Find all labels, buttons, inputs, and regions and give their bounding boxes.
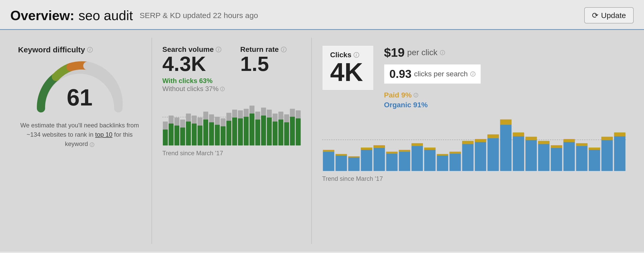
svg-rect-66 — [424, 148, 436, 171]
svg-rect-54 — [348, 156, 359, 171]
svg-rect-94 — [601, 137, 613, 171]
svg-rect-20 — [215, 125, 220, 145]
svg-rect-78 — [500, 119, 512, 171]
header: Overview: seo audit SERP & KD updated 22… — [0, 0, 644, 30]
sv-chart-svg — [162, 99, 301, 145]
svg-rect-97 — [614, 133, 625, 136]
clicks-chart-svg — [322, 114, 626, 171]
svg-rect-44 — [284, 122, 289, 145]
panel-keyword-difficulty: Keyword difficulty i 61 We estimate that… — [8, 38, 152, 244]
organic-text: Organic 91% — [384, 101, 481, 109]
sv-bar-chart: Trend since March '17 — [162, 99, 301, 236]
svg-rect-18 — [209, 122, 214, 145]
rr-info-icon[interactable]: i — [281, 47, 287, 52]
update-button-label: Update — [601, 11, 626, 20]
paid-text: Paid 9% i — [384, 91, 481, 99]
svg-rect-40 — [273, 121, 278, 145]
clicks-info-icon[interactable]: i — [354, 52, 359, 58]
svg-rect-88 — [563, 139, 575, 171]
svg-rect-89 — [563, 139, 575, 142]
svg-rect-64 — [412, 143, 423, 171]
kd-value: 61 — [67, 84, 93, 111]
cps-value: 0.93 — [389, 68, 412, 80]
svg-rect-86 — [551, 145, 562, 171]
clicks-metrics-top: Clicks i 4K $19 per click i 0.93 clicks … — [322, 45, 626, 109]
svg-rect-59 — [373, 145, 385, 148]
svg-rect-10 — [186, 121, 191, 145]
update-button[interactable]: ⟳ Update — [584, 7, 634, 23]
svg-rect-24 — [227, 121, 231, 145]
svg-rect-16 — [203, 120, 208, 145]
cps-info-icon[interactable]: i — [470, 71, 475, 77]
svg-rect-95 — [601, 137, 613, 140]
svg-rect-90 — [576, 143, 587, 171]
svg-rect-48 — [296, 118, 301, 145]
kd-title: Keyword difficulty i — [18, 45, 93, 54]
header-meta-info: SERP & KD updated 22 hours ago — [140, 11, 258, 20]
svg-rect-28 — [238, 118, 243, 145]
svg-rect-85 — [538, 141, 549, 144]
svg-rect-71 — [449, 152, 461, 153]
svg-rect-30 — [244, 117, 249, 145]
sv-value: 4.3K — [162, 54, 225, 74]
svg-rect-73 — [462, 141, 473, 144]
svg-rect-63 — [399, 150, 410, 152]
svg-rect-92 — [589, 148, 600, 171]
svg-rect-60 — [386, 152, 398, 171]
clicks-bar-chart: Trend since March '17 — [322, 114, 626, 236]
per-click-info-icon[interactable]: i — [440, 50, 445, 55]
clicks-right-metrics: $19 per click i 0.93 clicks per search i… — [384, 45, 481, 109]
cps-label: clicks per search — [414, 70, 468, 78]
per-click-block: $19 per click i — [384, 45, 481, 60]
svg-rect-2 — [163, 129, 168, 145]
kd-desc-info-icon[interactable]: i — [90, 142, 94, 147]
svg-rect-69 — [437, 154, 448, 156]
svg-rect-34 — [255, 120, 260, 145]
svg-rect-26 — [232, 118, 237, 145]
rr-value: 1.5 — [240, 54, 286, 74]
cps-box: 0.93 clicks per search i — [384, 64, 481, 84]
paid-organic-block: Paid 9% i Organic 91% — [384, 91, 481, 109]
return-rate-block: Return rate i 1.5 — [240, 45, 286, 74]
svg-rect-68 — [437, 154, 448, 171]
svg-rect-32 — [249, 113, 254, 145]
panel-clicks: Clicks i 4K $19 per click i 0.93 clicks … — [312, 38, 636, 244]
sv-metrics-top: Search volume i 4.3K With clicks 63% Wit… — [162, 45, 301, 93]
main-content: Keyword difficulty i 61 We estimate that… — [0, 30, 644, 252]
svg-rect-52 — [336, 154, 347, 171]
svg-rect-53 — [336, 154, 347, 156]
svg-rect-55 — [348, 156, 359, 157]
svg-rect-77 — [488, 134, 499, 138]
sv-trend-label: Trend since March '17 — [162, 150, 301, 157]
svg-rect-46 — [290, 117, 295, 145]
svg-rect-87 — [551, 145, 562, 148]
sv-info-icon[interactable]: i — [216, 47, 221, 52]
svg-rect-93 — [589, 148, 600, 150]
clicks-main-box: Clicks i 4K — [322, 45, 374, 90]
search-volume-block: Search volume i 4.3K With clicks 63% Wit… — [162, 45, 225, 93]
svg-rect-65 — [412, 143, 423, 146]
svg-rect-6 — [174, 126, 179, 145]
svg-rect-82 — [525, 137, 537, 171]
gauge-container: 61 — [31, 59, 129, 116]
without-clicks-info-icon[interactable]: i — [220, 87, 225, 91]
paid-info-icon[interactable]: i — [414, 93, 418, 97]
svg-rect-91 — [576, 143, 587, 146]
svg-rect-72 — [462, 141, 473, 171]
svg-rect-56 — [361, 148, 372, 171]
clicks-value: 4K — [330, 59, 366, 85]
svg-rect-80 — [513, 133, 524, 171]
svg-rect-83 — [525, 137, 537, 140]
svg-rect-4 — [169, 124, 173, 145]
svg-rect-12 — [192, 124, 197, 145]
svg-rect-51 — [323, 150, 334, 152]
svg-rect-76 — [488, 134, 499, 171]
kd-info-icon[interactable]: i — [87, 47, 93, 53]
svg-rect-58 — [373, 145, 385, 171]
svg-rect-42 — [278, 120, 283, 145]
top-10-link[interactable]: top 10 — [95, 131, 112, 138]
kd-description: We estimate that you'll need backlinks f… — [18, 121, 141, 149]
svg-rect-50 — [323, 150, 334, 171]
svg-rect-36 — [261, 116, 266, 145]
refresh-icon: ⟳ — [592, 11, 598, 20]
